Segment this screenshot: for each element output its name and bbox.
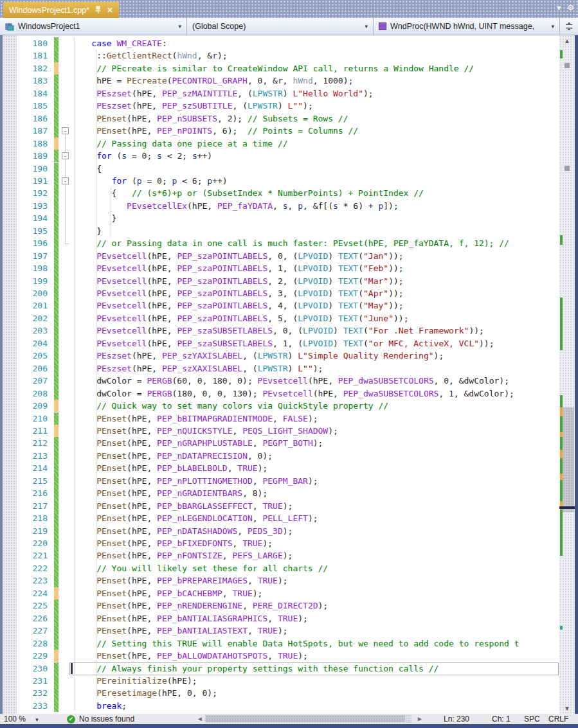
pin-icon[interactable]	[95, 6, 102, 14]
split-editor-button[interactable]	[560, 18, 578, 35]
collapse-region-button[interactable]: -	[62, 127, 69, 134]
change-mark-saved	[54, 337, 59, 350]
code-line-row[interactable]: 212 PEnset(hPE, PEP_nGRAPHPLUSTABLE, PEG…	[0, 437, 578, 450]
code-line-row[interactable]: 189 for (s = 0; s < 2; s++)	[0, 150, 578, 163]
code-line-row[interactable]: 207 dwColor = PERGB(60, 0, 180, 0); PEvs…	[0, 375, 578, 387]
code-line-row[interactable]: 180 case WM_CREATE:	[0, 37, 578, 50]
change-mark-saved	[54, 549, 59, 562]
code-line-text: PEnset(hPE, PEP_bANTIALIASTEXT, TRUE);	[71, 625, 559, 637]
close-icon[interactable]: ✕	[107, 6, 113, 14]
code-line-row[interactable]: 197 PEvsetcell(hPE, PEP_szaPOINTLABELS, …	[0, 250, 578, 263]
code-line-row[interactable]: 198 PEvsetcell(hPE, PEP_szaPOINTLABELS, …	[0, 262, 578, 275]
code-line-row[interactable]: 199 PEvsetcell(hPE, PEP_szaPOINTLABELS, …	[0, 275, 578, 288]
code-line-text: // PEcreate is similar to CreateWindow A…	[71, 62, 559, 75]
code-line-row[interactable]: 185 PEszset(hPE, PEP_szSUBTITLE, (LPWSTR…	[0, 100, 578, 112]
code-line-row[interactable]: 193 PEvsetcellEx(hPE, PEP_faYDATA, s, p,…	[0, 200, 578, 213]
code-line-row[interactable]: 218 PEnset(hPE, PEP_nLEGENDLOCATION, PEL…	[0, 512, 578, 525]
code-line-row[interactable]: 219 PEnset(hPE, PEP_nDATASHADOWS, PEDS_3…	[0, 525, 578, 538]
code-line-row[interactable]: 200 PEvsetcell(hPE, PEP_szaPOINTLABELS, …	[0, 287, 578, 300]
code-line-row[interactable]: 183 hPE = PEcreate(PECONTROL_GRAPH, 0, &…	[0, 75, 578, 87]
code-line-row[interactable]: 214 PEnset(hPE, PEP_bLABELBOLD, TRUE);	[0, 462, 578, 475]
code-line-row[interactable]: 182 // PEcreate is similar to CreateWind…	[0, 62, 578, 75]
code-line-row[interactable]: 229 PEnset(hPE, PEP_bALLOWDATAHOTSPOTS, …	[0, 650, 578, 662]
line-number: 196	[17, 237, 48, 249]
code-line-row[interactable]: 190 {	[0, 163, 578, 175]
code-line-row[interactable]: 206 PEszset(hPE, PEP_szXAXISLABEL, (LPWS…	[0, 362, 578, 375]
code-line-row[interactable]: 205 PEszset(hPE, PEP_szYAXISLABEL, (LPWS…	[0, 350, 578, 362]
code-line-row[interactable]: 233 break;	[0, 700, 578, 713]
change-mark-saved	[54, 462, 59, 474]
collapse-region-button[interactable]: -	[62, 177, 69, 184]
code-line-row[interactable]: 186 PEnset(hPE, PEP_nSUBSETS, 2); // Sub…	[0, 112, 578, 125]
scroll-up-icon[interactable]: ▲	[559, 35, 575, 46]
code-line-row[interactable]: 231 PEreinitialize(hPE);	[0, 675, 578, 688]
code-line-row[interactable]: 184 PEszset(hPE, PEP_szMAINTITLE, (LPWST…	[0, 87, 578, 100]
code-line-row[interactable]: 232 PEresetimage(hPE, 0, 0);	[0, 687, 578, 700]
code-line-row[interactable]: 204 PEvsetcell(hPE, PEP_szaSUBSETLABELS,…	[0, 337, 578, 350]
code-line-row[interactable]: 227 PEnset(hPE, PEP_bANTIALIASTEXT, TRUE…	[0, 625, 578, 637]
code-line-row[interactable]: 202 PEvsetcell(hPE, PEP_szaPOINTLABELS, …	[0, 312, 578, 325]
code-line-row[interactable]: 188 // Passing data one piece at a time …	[0, 138, 578, 150]
code-line-row[interactable]: 201 PEvsetcell(hPE, PEP_szaPOINTLABELS, …	[0, 299, 578, 312]
code-line-row[interactable]: 217 PEnset(hPE, PEP_bBARGLASSEFFECT, TRU…	[0, 500, 578, 513]
code-line-row[interactable]: 208 dwColor = PERGB(180, 0, 0, 130); PEv…	[0, 387, 578, 400]
code-line-row[interactable]: 187 PEnset(hPE, PEP_nPOINTS, 6); // Poin…	[0, 125, 578, 138]
line-number: 188	[17, 138, 48, 150]
code-line-text: PEvsetcell(hPE, PEP_szaSUBSETLABELS, 0, …	[71, 324, 559, 337]
code-line-row[interactable]: 209 // Quick way to set many colors via …	[0, 400, 578, 413]
code-line-row[interactable]: 224 PEnset(hPE, PEP_bCACHEBMP, TRUE);	[0, 587, 578, 600]
change-mark-saved	[54, 37, 59, 49]
code-line-text: PEnset(hPE, PEP_bBARGLASSEFFECT, TRUE);	[71, 500, 559, 512]
health-indicator[interactable]: ✔ No issues found	[67, 715, 134, 724]
scroll-right-icon[interactable]: ►	[417, 715, 423, 722]
code-line-row[interactable]: 228 // Setting this TRUE will enable Dat…	[0, 637, 578, 650]
member-dropdown[interactable]: WndProc(HWND hWnd, UINT message, ▾	[374, 18, 560, 35]
horizontal-scrollbar[interactable]	[204, 715, 411, 723]
line-number: 214	[17, 462, 48, 474]
project-dropdown[interactable]: WindowsProject1 ▾	[0, 18, 187, 35]
scroll-down-icon[interactable]: ▼	[559, 703, 575, 714]
code-line-row[interactable]: 210 PEnset(hPE, PEP_bBITMAPGRADIENTMODE,…	[0, 413, 578, 425]
scroll-left-icon[interactable]: ◄	[197, 715, 203, 722]
collapse-region-button[interactable]: -	[62, 152, 69, 159]
code-line-row[interactable]: 226 PEnset(hPE, PEP_bANTIALIASGRAPHICS, …	[0, 612, 578, 625]
line-number: 184	[17, 87, 48, 100]
code-line-row[interactable]: 196 // or Passing data in one call is mu…	[0, 237, 578, 250]
code-line-row[interactable]: 195 }	[0, 225, 578, 238]
code-line-row[interactable]: 181 ::GetClientRect(hWnd, &r);	[0, 49, 578, 62]
line-number: 223	[17, 574, 48, 587]
code-line-row[interactable]: 220 PEnset(hPE, PEP_bFIXEDFONTS, TRUE);	[0, 537, 578, 550]
code-line-text: PEszset(hPE, PEP_szSUBTITLE, (LPWSTR) L"…	[71, 100, 559, 112]
change-mark-saved	[54, 700, 59, 712]
tab-windowsproject1-cpp[interactable]: WindowsProject1.cpp* ✕	[3, 2, 119, 18]
scope-dropdown[interactable]: (Global Scope) ▾	[187, 18, 374, 35]
editor-status-row: 100 % ▼ ✔ No issues found ◄ ► Ln: 230 Ch…	[0, 714, 578, 724]
horizontal-scrollbar-thumb[interactable]	[206, 715, 405, 722]
gear-icon[interactable]: ⚙	[567, 3, 574, 12]
code-line-row[interactable]: 203 PEvsetcell(hPE, PEP_szaSUBSETLABELS,…	[0, 324, 578, 337]
code-line-row[interactable]: 192 { // (s*6)+p or (SubsetIndex * Numbe…	[0, 187, 578, 200]
tab-list-chevron-icon[interactable]: ▾	[557, 3, 561, 12]
code-line-row[interactable]: 216 PEnset(hPE, PEP_nGRADIENTBARS, 8);	[0, 487, 578, 500]
code-line-row[interactable]: 222 // You will likely set these for all…	[0, 562, 578, 575]
code-line-text: PEnset(hPE, PEP_nQUICKSTYLE, PEQS_LIGHT_…	[71, 425, 559, 437]
code-line-text: // Passing data one piece at a time //	[71, 138, 559, 150]
chevron-down-icon: ▾	[365, 23, 368, 30]
scrollbar-annotation-green	[560, 297, 563, 350]
code-line-row[interactable]: 225 PEnset(hPE, PEP_nRENDERENGINE, PERE_…	[0, 599, 578, 612]
code-line-text: PEnset(hPE, PEP_nDATASHADOWS, PEDS_3D);	[71, 525, 559, 537]
code-line-row[interactable]: 194 }	[0, 212, 578, 225]
code-editor[interactable]: 180 case WM_CREATE:181 ::GetClientRect(h…	[0, 35, 578, 714]
scrollbar-annotation-green	[560, 510, 563, 556]
change-mark-saved	[54, 574, 59, 587]
vertical-scrollbar[interactable]: ▲ ▼	[559, 35, 575, 714]
code-line-row[interactable]: 230 // Always finish your property setti…	[0, 662, 578, 675]
code-line-row[interactable]: 213 PEnset(hPE, PEP_nDATAPRECISION, 0);	[0, 450, 578, 463]
code-line-row[interactable]: 215 PEnset(hPE, PEP_nPLOTTINGMETHOD, PEG…	[0, 475, 578, 488]
change-mark-saved	[54, 500, 59, 512]
code-line-row[interactable]: 191 for (p = 0; p < 6; p++)	[0, 175, 578, 188]
code-line-row[interactable]: 211 PEnset(hPE, PEP_nQUICKSTYLE, PEQS_LI…	[0, 425, 578, 438]
code-line-row[interactable]: 221 PEnset(hPE, PEP_nFONTSIZE, PEFS_LARG…	[0, 549, 578, 562]
zoom-control[interactable]: 100 % ▼	[4, 715, 39, 724]
code-line-row[interactable]: 223 PEnset(hPE, PEP_bPREPAREIMAGES, TRUE…	[0, 574, 578, 587]
